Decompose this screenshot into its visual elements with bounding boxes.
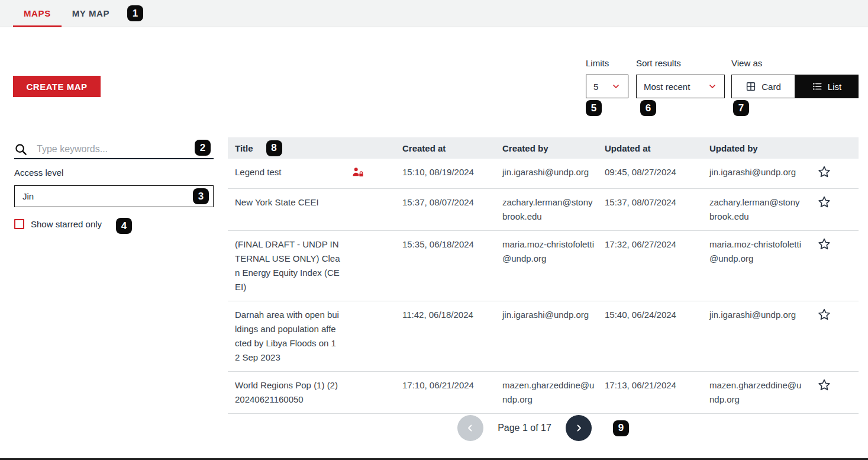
view-as-label: View as	[731, 58, 762, 68]
map-title: New York State CEEI	[235, 195, 340, 210]
star-icon	[818, 171, 831, 180]
show-starred-row: Show starred only	[14, 219, 102, 229]
previous-page-button[interactable]	[457, 415, 483, 441]
chevron-right-icon	[573, 423, 584, 433]
map-created-by: jin.igarashi@undp.org	[502, 165, 596, 179]
table-row[interactable]: Legend test 15:10, 08/19/2024 jin.igaras…	[228, 159, 859, 189]
tab-maps-label: MAPS	[24, 8, 51, 18]
show-starred-checkbox[interactable]	[14, 219, 24, 229]
map-created-at: 15:10, 08/19/2024	[395, 159, 495, 186]
map-created-by: jin.igarashi@undp.org	[502, 308, 596, 322]
star-button[interactable]	[805, 189, 831, 213]
star-icon	[818, 243, 831, 252]
column-header-updated-at: Updated at	[598, 143, 702, 153]
star-button[interactable]	[805, 301, 831, 326]
table-row[interactable]: (FINAL DRAFT - UNDP INTERNAL USE ONLY) C…	[228, 231, 859, 301]
map-updated-by: zachary.lerman@stonybrook.edu	[709, 195, 803, 224]
table-row[interactable]: New York State CEEI 15:37, 08/07/2024 za…	[228, 189, 859, 231]
map-title: (FINAL DRAFT - UNDP INTERNAL USE ONLY) C…	[235, 237, 340, 294]
annotation-badge-5: 5	[586, 100, 602, 116]
column-header-created-at: Created at	[395, 143, 495, 153]
table-header-row: Title 8 Created at Created by Updated at…	[228, 137, 859, 159]
map-updated-at: 09:45, 08/27/2024	[598, 159, 702, 186]
column-header-title: Title 8	[228, 140, 395, 156]
column-header-created-by: Created by	[495, 143, 598, 153]
chevron-down-icon	[708, 82, 717, 91]
page-indicator: Page 1 of 17	[498, 423, 551, 433]
map-updated-at: 17:32, 06/27/2024	[598, 231, 702, 258]
search-input[interactable]	[37, 144, 214, 155]
map-created-at: 11:42, 06/18/2024	[395, 301, 495, 329]
star-icon	[818, 201, 831, 210]
map-updated-by: maria.moz-christofoletti@undp.org	[709, 237, 803, 266]
table-row[interactable]: World Regions Pop (1) (2) 20240621160050…	[228, 372, 859, 414]
chevron-down-icon	[611, 82, 621, 91]
map-updated-by: jin.igarashi@undp.org	[709, 165, 803, 179]
column-header-updated-by: Updated by	[702, 143, 805, 153]
view-as-toggle: Card List	[731, 75, 859, 98]
annotation-badge-3: 3	[193, 188, 209, 204]
chevron-left-icon	[465, 423, 476, 433]
sort-results-label: Sort results	[636, 58, 681, 68]
map-title: World Regions Pop (1) (2) 20240621160050	[235, 378, 340, 407]
card-view-button[interactable]: Card	[731, 75, 795, 98]
tab-bar: MAPS MY MAP 1	[0, 0, 868, 27]
limits-select[interactable]: 5	[586, 75, 628, 98]
map-updated-by: mazen.gharzeddine@undp.org	[709, 378, 803, 407]
annotation-badge-9: 9	[613, 420, 629, 436]
limits-label: Limits	[586, 58, 609, 68]
annotation-badge-4: 4	[116, 218, 132, 234]
star-button[interactable]	[805, 372, 831, 396]
list-view-label: List	[828, 82, 841, 92]
tab-maps[interactable]: MAPS	[13, 0, 62, 27]
create-map-button[interactable]: CREATE MAP	[13, 76, 101, 97]
search-icon	[14, 143, 27, 156]
limits-value: 5	[593, 82, 598, 92]
annotation-badge-7: 7	[733, 100, 749, 116]
card-view-label: Card	[761, 82, 781, 92]
access-level-label: Access level	[14, 168, 63, 178]
map-title: Darnah area with open buildings and popu…	[235, 308, 340, 365]
map-updated-at: 17:13, 06/21/2024	[598, 372, 702, 399]
map-updated-at: 15:40, 06/24/2024	[598, 301, 702, 329]
star-button[interactable]	[805, 231, 831, 255]
map-created-by: maria.moz-christofoletti@undp.org	[502, 237, 596, 266]
tab-my-map-label: MY MAP	[72, 8, 109, 18]
show-starred-label: Show starred only	[31, 219, 102, 229]
maps-page: MAPS MY MAP 1 CREATE MAP Limits 5 Sort r…	[0, 0, 868, 460]
map-title: Legend test	[235, 165, 340, 179]
maps-table: Title 8 Created at Created by Updated at…	[228, 137, 859, 414]
table-row[interactable]: Darnah area with open buildings and popu…	[228, 301, 859, 372]
annotation-badge-2: 2	[195, 140, 211, 156]
next-page-button[interactable]	[566, 415, 592, 441]
map-created-by: mazen.gharzeddine@undp.org	[502, 378, 596, 407]
star-button[interactable]	[805, 159, 831, 183]
list-view-button[interactable]: List	[795, 75, 859, 98]
sort-results-value: Most recent	[644, 82, 690, 92]
map-created-at: 17:10, 06/21/2024	[395, 372, 495, 399]
star-icon	[818, 314, 831, 323]
grid-icon	[746, 81, 756, 92]
tab-my-map[interactable]: MY MAP	[62, 0, 120, 27]
map-created-by: zachary.lerman@stonybrook.edu	[502, 195, 596, 224]
star-icon	[818, 384, 831, 393]
map-created-at: 15:35, 06/18/2024	[395, 231, 495, 258]
map-updated-by: jin.igarashi@undp.org	[709, 308, 803, 322]
person-lock-icon	[352, 167, 364, 182]
annotation-badge-8: 8	[266, 140, 282, 156]
search-bar	[14, 140, 214, 159]
access-level-input[interactable]	[14, 185, 214, 207]
map-created-at: 15:37, 08/07/2024	[395, 189, 495, 216]
map-updated-at: 15:37, 08/07/2024	[598, 189, 702, 216]
sort-results-select[interactable]: Most recent	[636, 75, 725, 98]
annotation-badge-6: 6	[640, 100, 656, 116]
annotation-badge-1: 1	[127, 5, 143, 21]
pagination: Page 1 of 17 9	[228, 414, 859, 442]
list-icon	[812, 81, 822, 92]
